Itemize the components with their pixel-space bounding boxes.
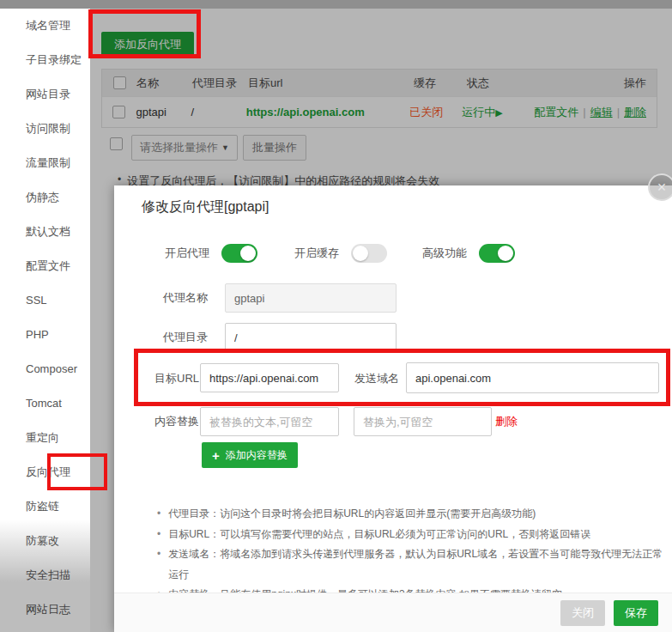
replace-from-field[interactable] [200,407,339,436]
target-url-field[interactable] [200,363,339,392]
sidebar-item-traffic-limit[interactable]: 流量限制 [0,146,90,180]
replace-to-field[interactable] [354,407,492,436]
sidebar-item-php[interactable]: PHP [0,318,90,352]
close-icon[interactable]: × [648,173,672,201]
sidebar-item-redirect[interactable]: 重定向 [0,421,90,455]
target-url-label: 目标URL [154,371,199,386]
toggle-group-advanced: 高级功能 [422,244,515,263]
toggle-group-enable-cache: 开启缓存 [294,244,387,263]
sidebar-item-domain-manage[interactable]: 域名管理 [0,9,90,43]
sidebar-item-site-dir[interactable]: 网站目录 [0,77,90,112]
enable-cache-toggle[interactable] [351,244,387,263]
plus-icon: + [212,448,220,463]
send-domain-label: 发送域名 [354,371,399,386]
add-content-replace-button[interactable]: + 添加内容替换 [202,442,298,468]
delete-replace-link[interactable]: 删除 [495,414,518,429]
toggle-group-enable-proxy: 开启代理 [165,244,257,263]
send-domain-field[interactable] [406,362,659,393]
proxy-dir-field[interactable] [225,323,397,352]
close-button[interactable]: 关闭 [560,600,605,626]
sidebar-item-tamper-proof[interactable]: 防篡改 [0,524,90,558]
modal-tips: •代理目录：访问这个目录时将会把目标URL的内容返回并显示(需要开启高级功能) … [157,504,672,605]
sidebar-item-site-log[interactable]: 网站日志 [0,592,90,627]
sidebar-item-rewrite[interactable]: 伪静态 [0,180,90,215]
enable-proxy-toggle[interactable] [221,244,257,263]
save-button[interactable]: 保存 [614,600,658,626]
proxy-dir-row: 代理目录 [163,323,397,352]
sidebar-item-config-file[interactable]: 配置文件 [0,249,90,283]
bullet-icon: • [157,525,160,545]
window-top-strip [0,0,672,9]
sidebar-item-ssl[interactable]: SSL [0,283,90,318]
sidebar-item-hotlink-protect[interactable]: 防盗链 [0,489,90,524]
sidebar-item-subdir-bind[interactable]: 子目录绑定 [0,43,90,77]
content-replace-label: 内容替换 [154,414,199,429]
modal-title: 修改反向代理[gptapi] [114,185,672,226]
site-settings-sidebar: 域名管理 子目录绑定 网站目录 访问限制 流量限制 伪静态 默认文档 配置文件 … [0,9,90,632]
sidebar-item-composer[interactable]: Composer [0,352,90,386]
sidebar-item-default-doc[interactable]: 默认文档 [0,215,90,249]
bullet-icon: • [157,544,160,585]
bullet-icon: • [157,504,160,525]
sidebar-item-security-scan[interactable]: 安全扫描 [0,558,90,592]
edit-reverse-proxy-modal: 修改反向代理[gptapi] 开启代理 开启缓存 高级功能 代理名称 代理目录 … [114,185,672,632]
sidebar-item-access-limit[interactable]: 访问限制 [0,112,90,146]
sidebar-item-reverse-proxy[interactable]: 反向代理 [0,455,90,489]
proxy-name-row: 代理名称 [163,283,397,313]
sidebar-item-tomcat[interactable]: Tomcat [0,386,90,421]
advanced-feature-toggle[interactable] [479,244,515,263]
proxy-name-field[interactable] [225,283,397,313]
modal-footer: 关闭 保存 [114,592,672,632]
